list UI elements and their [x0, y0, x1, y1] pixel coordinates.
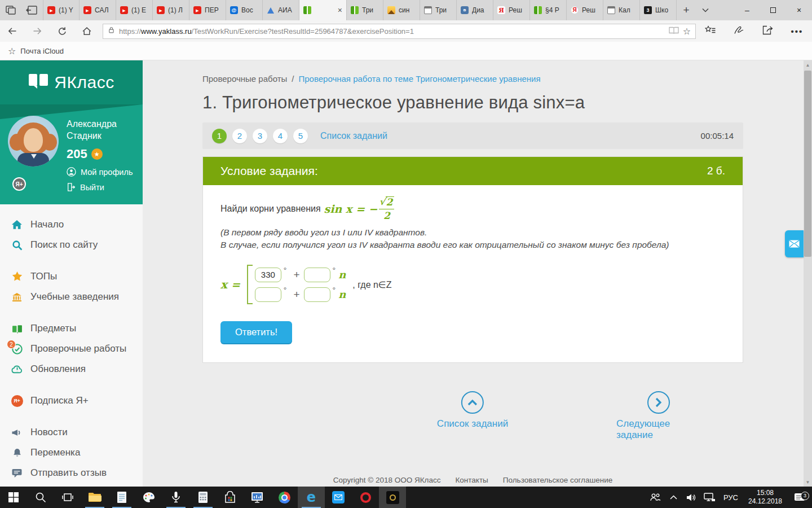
- volume-icon[interactable]: [682, 493, 700, 502]
- browser-tab[interactable]: ▶САЛ: [80, 0, 116, 20]
- voice-recorder-icon[interactable]: [162, 487, 189, 508]
- task-number-1[interactable]: 1: [212, 129, 227, 143]
- scrollbar-thumb[interactable]: [804, 71, 811, 257]
- period-input-2[interactable]: [304, 287, 330, 302]
- opera-icon[interactable]: [352, 487, 379, 508]
- yaklass-logo[interactable]: ЯКласс: [0, 60, 143, 104]
- taskbar-search-icon[interactable]: [27, 487, 54, 508]
- browser-tab[interactable]: Три: [420, 0, 457, 20]
- sidebar-item-updates[interactable]: Обновления: [0, 359, 143, 379]
- browser-tab[interactable]: 3Шко: [640, 0, 677, 20]
- feedback-mail-button[interactable]: [785, 230, 804, 257]
- angle-input-2[interactable]: [255, 287, 281, 302]
- add-favorite-star-icon[interactable]: ☆: [683, 26, 691, 37]
- hidden-icons-chevron[interactable]: [664, 495, 682, 500]
- favorites-hub-icon[interactable]: [705, 25, 716, 37]
- contacts-link[interactable]: Контакты: [456, 476, 488, 484]
- windows-taskbar: e РУС 15:08 24.12.2018 3: [0, 487, 812, 508]
- task-number-3[interactable]: 3: [253, 129, 267, 143]
- set-tabs-aside-icon[interactable]: [6, 6, 16, 15]
- mail-app-icon[interactable]: [325, 487, 352, 508]
- task-number-2[interactable]: 2: [232, 129, 247, 143]
- file-explorer-icon[interactable]: [81, 487, 108, 508]
- browser-tab[interactable]: АИА: [263, 0, 299, 20]
- back-button[interactable]: [0, 27, 25, 36]
- share-icon[interactable]: [762, 25, 773, 37]
- browser-tab[interactable]: ▶(1) Е: [116, 0, 153, 20]
- sidebar-item-yaplus[interactable]: Я+Подписка Я+: [0, 391, 143, 411]
- clock[interactable]: 15:08 24.12.2018: [743, 489, 787, 506]
- sidebar-item-break[interactable]: Переменка: [0, 443, 143, 463]
- tabs-preview-icon[interactable]: [26, 6, 37, 15]
- sidebar-item-news[interactable]: Новости: [0, 422, 143, 443]
- avatar[interactable]: [8, 116, 59, 167]
- task-list-bottom-link[interactable]: Список заданий: [437, 391, 508, 430]
- browser-tab[interactable]: ЯРеш: [567, 0, 603, 20]
- dark-app-icon[interactable]: [379, 487, 406, 508]
- network-icon[interactable]: [700, 493, 718, 502]
- my-profile-link[interactable]: Мой профиль: [67, 167, 133, 177]
- browser-tab[interactable]: ▶(1) Y: [43, 0, 80, 20]
- new-tab-button[interactable]: +: [677, 0, 696, 20]
- answer-button[interactable]: Ответить!: [220, 321, 292, 343]
- browser-tab[interactable]: ЯРеш: [493, 0, 530, 20]
- breadcrumb-current-link[interactable]: Проверочная работа по теме Тригонометрич…: [298, 74, 540, 84]
- chrome-icon[interactable]: [271, 487, 298, 508]
- notepad-icon[interactable]: [108, 487, 135, 508]
- task-view-icon[interactable]: [54, 487, 81, 508]
- breadcrumb-root[interactable]: Проверочные работы: [202, 74, 287, 84]
- agreement-link[interactable]: Пользовательское соглашение: [503, 476, 612, 484]
- people-icon[interactable]: [646, 493, 664, 502]
- browser-tab-active-yaklass[interactable]: ×: [299, 0, 347, 20]
- angle-input-1[interactable]: [255, 268, 281, 282]
- refresh-button[interactable]: [50, 27, 74, 36]
- sidebar-item-feedback[interactable]: Отправить отзыв: [0, 463, 143, 483]
- browser-tab[interactable]: Кал: [603, 0, 640, 20]
- browser-tab[interactable]: син: [383, 0, 420, 20]
- language-indicator[interactable]: РУС: [718, 493, 743, 502]
- sidebar-item-tests[interactable]: 2Проверочные работы: [0, 339, 143, 359]
- forward-button[interactable]: [25, 27, 50, 36]
- period-input-1[interactable]: [304, 268, 330, 282]
- calculator-icon[interactable]: [189, 487, 217, 508]
- microsoft-store-icon[interactable]: [217, 487, 244, 508]
- window-minimize-button[interactable]: –: [734, 0, 760, 20]
- url-field[interactable]: https://www.yaklass.ru/TestWorkRun/Exerc…: [103, 24, 696, 39]
- scroll-down-arrow[interactable]: ▼: [804, 478, 812, 487]
- answer-equation: x = ° + ° n: [220, 265, 725, 304]
- presentation-icon[interactable]: [244, 487, 271, 508]
- browser-tab[interactable]: ▶ПЕР: [189, 0, 226, 20]
- task-number-4[interactable]: 4: [273, 129, 288, 143]
- scroll-up-arrow[interactable]: ▲: [804, 60, 812, 69]
- browser-tab[interactable]: Три: [347, 0, 383, 20]
- bookmark-item[interactable]: Почта iCloud: [20, 47, 64, 55]
- edge-taskbar-icon[interactable]: e: [298, 487, 325, 508]
- sidebar-item-home[interactable]: Начало: [0, 214, 143, 235]
- sidebar-item-search[interactable]: Поиск по сайту: [0, 235, 143, 255]
- home-button[interactable]: [74, 27, 99, 36]
- browser-tab-bar: ▶(1) Y ▶САЛ ▶(1) Е ▶(1) Л ▶ПЕР @Вос АИА …: [0, 0, 812, 20]
- tab-list-dropdown-icon[interactable]: [696, 0, 715, 20]
- browser-tab[interactable]: вДиа: [457, 0, 493, 20]
- task-number-5[interactable]: 5: [293, 129, 308, 143]
- action-center-icon[interactable]: 3: [787, 493, 812, 502]
- page-scrollbar[interactable]: ▲ ▼: [804, 60, 812, 487]
- next-task-link[interactable]: Следующее задание: [616, 391, 701, 441]
- window-close-button[interactable]: ×: [786, 0, 812, 20]
- tab-close-icon[interactable]: ×: [338, 6, 342, 14]
- image-favicon: [387, 6, 395, 14]
- logout-link[interactable]: Выйти: [67, 182, 133, 192]
- browser-tab[interactable]: @Вос: [226, 0, 263, 20]
- browser-tab[interactable]: ▶(1) Л: [153, 0, 189, 20]
- sidebar-item-schools[interactable]: Учебные заведения: [0, 287, 143, 307]
- task-list-link[interactable]: Список заданий: [320, 131, 387, 141]
- start-button[interactable]: [0, 487, 27, 508]
- settings-more-icon[interactable]: •••: [791, 27, 803, 36]
- sidebar-item-subjects[interactable]: Предметы: [0, 318, 143, 339]
- reading-view-icon[interactable]: [669, 26, 679, 37]
- window-maximize-button[interactable]: [760, 0, 786, 20]
- sidebar-item-tops[interactable]: ТОПы: [0, 266, 143, 287]
- web-note-pen-icon[interactable]: [734, 25, 744, 37]
- paint-icon[interactable]: [135, 487, 162, 508]
- browser-tab[interactable]: §4 Р: [530, 0, 567, 20]
